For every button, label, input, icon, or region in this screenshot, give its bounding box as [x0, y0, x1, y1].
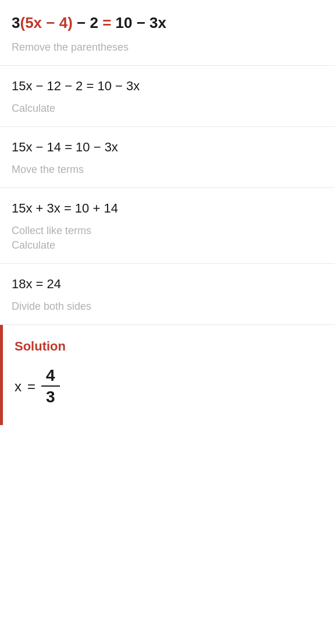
minus-4: − 4	[42, 14, 67, 31]
step-5: 18x = 24 Divide both sides	[0, 264, 335, 325]
fraction-numerator: 4	[41, 366, 60, 387]
term-5x: 5x	[25, 14, 42, 31]
step-2-hint: Calculate	[12, 101, 323, 116]
step-4-hint-2: Calculate	[12, 238, 323, 253]
solution-equals: =	[27, 378, 35, 395]
open-paren: (	[20, 14, 25, 31]
step-5-hint: Divide both sides	[12, 299, 323, 314]
close-paren: )	[67, 14, 73, 31]
step-3-equation: 15x − 14 = 10 − 3x	[12, 139, 323, 157]
solution-label: Solution	[15, 339, 323, 354]
step-1: 3(5x − 4) − 2 = 10 − 3x Remove the paren…	[0, 0, 335, 66]
step-5-equation: 18x = 24	[12, 275, 323, 293]
step-3-hint: Move the terms	[12, 162, 323, 177]
equals-1: =	[102, 14, 111, 31]
step-4-equation: 15x + 3x = 10 + 14	[12, 200, 323, 218]
fraction-denominator: 3	[41, 387, 60, 408]
solution-section: Solution x = 4 3	[0, 325, 335, 425]
solution-variable: x	[15, 378, 22, 395]
step-3: 15x − 14 = 10 − 3x Move the terms	[0, 127, 335, 188]
step-4-hint-1: Collect like terms	[12, 224, 323, 238]
step-1-equation: 3(5x − 4) − 2 = 10 − 3x	[12, 12, 323, 34]
step-1-hint: Remove the parentheses	[12, 40, 323, 55]
step-4: 15x + 3x = 10 + 14 Collect like terms Ca…	[0, 188, 335, 264]
solution-value: x = 4 3	[15, 366, 323, 408]
step-2: 15x − 12 − 2 = 10 − 3x Calculate	[0, 66, 335, 127]
minus-2: − 2	[73, 14, 102, 31]
coeff-3: 3	[12, 14, 20, 31]
step-2-equation: 15x − 12 − 2 = 10 − 3x	[12, 77, 323, 95]
rhs-1: 10 − 3x	[111, 14, 166, 31]
solution-fraction-display: 4 3	[41, 366, 60, 408]
